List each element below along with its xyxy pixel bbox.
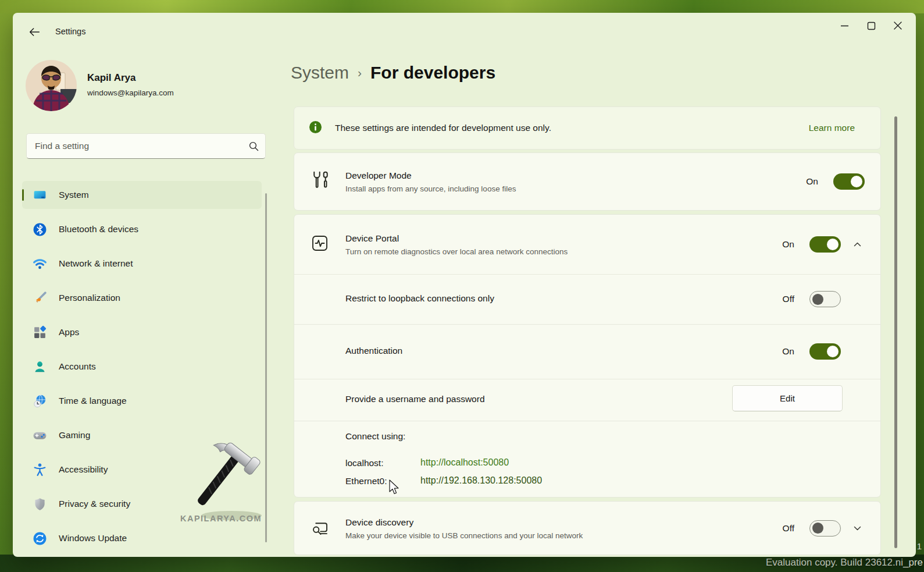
loopback-toggle-area: Off xyxy=(783,291,841,307)
device-portal-icon xyxy=(309,233,330,256)
breadcrumb: System › For developers xyxy=(291,63,495,83)
device-portal-subtitle: Turn on remote diagnostics over local ar… xyxy=(345,247,568,256)
authentication-toggle[interactable] xyxy=(809,343,841,360)
shield-icon xyxy=(32,496,48,512)
sidebar-item-personalization[interactable]: Personalization xyxy=(22,284,262,312)
authentication-state: On xyxy=(782,346,794,357)
sidebar-item-windows-update[interactable]: Windows Update xyxy=(22,524,262,552)
sidebar-item-label: Accounts xyxy=(59,361,96,372)
device-portal-toggle[interactable] xyxy=(809,236,841,253)
person-icon xyxy=(32,359,48,375)
developer-mode-toggle-area: On xyxy=(806,173,865,190)
minimize-icon xyxy=(840,22,849,30)
minimize-button[interactable] xyxy=(831,14,858,37)
desktop-wallpaper-top xyxy=(0,0,924,13)
update-icon xyxy=(32,531,48,546)
developer-mode-title: Developer Mode xyxy=(345,170,516,181)
learn-more-link[interactable]: Learn more xyxy=(809,123,855,133)
device-discovery-text: Device discovery Make your device visibl… xyxy=(345,517,583,539)
evaluation-copy-text: Evaluation copy. Build 23612.ni_pre xyxy=(766,557,923,569)
device-portal-toggle-area: On xyxy=(782,236,841,253)
settings-window: Settings xyxy=(13,13,916,557)
device-discovery-toggle[interactable] xyxy=(809,520,841,537)
developer-mode-toggle[interactable] xyxy=(833,173,865,190)
toggle-knob xyxy=(851,176,862,187)
ethernet0-label: Ethernet0: xyxy=(345,476,387,486)
sidebar-item-label: Apps xyxy=(59,327,79,337)
sidebar-item-label: Bluetooth & devices xyxy=(59,224,138,235)
sidebar-item-label: Network & internet xyxy=(59,258,133,269)
watermark-text: KAPILARYA.COM xyxy=(171,514,271,523)
search-input[interactable] xyxy=(27,141,242,151)
toggle-knob xyxy=(827,239,839,250)
sidebar-item-system[interactable]: System xyxy=(22,181,262,209)
content-scrollbar[interactable] xyxy=(894,116,897,548)
loopback-state: Off xyxy=(783,294,794,304)
search-icon[interactable] xyxy=(242,141,265,151)
maximize-button[interactable] xyxy=(858,14,884,37)
developer-mode-subtitle: Install apps from any source, including … xyxy=(345,184,516,193)
search-box xyxy=(26,133,266,159)
device-discovery-row[interactable]: Device discovery Make your device visibl… xyxy=(294,501,881,555)
localhost-link[interactable]: http://localhost:50080 xyxy=(420,457,509,468)
sidebar-item-accounts[interactable]: Accounts xyxy=(22,353,262,381)
device-portal-group: Device Portal Turn on remote diagnostics… xyxy=(294,214,881,498)
page-title: For developers xyxy=(370,63,495,83)
sidebar-item-label: Accessibility xyxy=(59,464,108,475)
authentication-toggle-area: On xyxy=(782,343,841,360)
device-discovery-toggle-area: Off xyxy=(783,520,841,537)
sidebar-item-apps[interactable]: Apps xyxy=(22,318,262,346)
sidebar-nav: System Bluetooth & devices Network & int… xyxy=(22,181,262,557)
accessibility-person-icon xyxy=(32,462,48,478)
back-button[interactable] xyxy=(23,22,45,42)
sidebar-item-bluetooth[interactable]: Bluetooth & devices xyxy=(22,215,262,243)
sidebar-item-label: System xyxy=(59,190,89,200)
device-portal-state: On xyxy=(782,239,794,250)
sidebar-item-time-language[interactable]: Time & language xyxy=(22,387,262,415)
maximize-icon xyxy=(867,22,876,30)
bluetooth-icon xyxy=(32,222,48,237)
credentials-title: Provide a username and password xyxy=(345,394,485,404)
app-title: Settings xyxy=(55,27,85,36)
sidebar-item-network[interactable]: Network & internet xyxy=(22,250,262,278)
device-discovery-title: Device discovery xyxy=(345,517,583,527)
connect-using-title: Connect using: xyxy=(345,431,405,442)
authentication-title: Authentication xyxy=(345,346,402,356)
chevron-up-icon[interactable] xyxy=(849,236,865,253)
divider xyxy=(294,379,880,379)
sidebar-item-label: Windows Update xyxy=(59,533,127,543)
chevron-down-icon[interactable] xyxy=(849,520,865,537)
sidebar-item-gaming[interactable]: Gaming xyxy=(22,421,262,449)
close-icon xyxy=(893,21,902,30)
authentication-row: Authentication On xyxy=(294,324,880,379)
close-button[interactable] xyxy=(884,14,911,37)
toggle-knob xyxy=(812,294,823,305)
edit-button[interactable]: Edit xyxy=(732,385,843,411)
info-icon xyxy=(309,120,322,136)
sidebar-item-label: Gaming xyxy=(59,430,90,440)
divider xyxy=(294,421,880,421)
device-portal-row[interactable]: Device Portal Turn on remote diagnostics… xyxy=(294,215,880,274)
ethernet0-link[interactable]: http://192.168.130.128:50080 xyxy=(420,475,542,486)
profile-name: Kapil Arya xyxy=(87,72,135,84)
loopback-toggle[interactable] xyxy=(809,291,841,307)
toggle-knob xyxy=(812,523,823,534)
avatar[interactable] xyxy=(26,60,77,111)
titlebar: Settings xyxy=(13,13,916,48)
sidebar-scrollbar[interactable] xyxy=(265,193,267,542)
back-arrow-icon xyxy=(28,26,41,38)
system-icon xyxy=(32,187,48,203)
toggle-knob xyxy=(827,346,839,357)
window-controls xyxy=(831,14,911,37)
breadcrumb-system[interactable]: System xyxy=(291,63,349,83)
sidebar-item-accessibility[interactable]: Accessibility xyxy=(22,456,262,484)
avatar-photo xyxy=(26,60,77,111)
developer-mode-row: Developer Mode Install apps from any sou… xyxy=(294,152,881,211)
loopback-row: Restrict to loopback connections only Of… xyxy=(294,274,880,324)
gamepad-icon xyxy=(32,428,48,443)
breadcrumb-separator-icon: › xyxy=(358,66,362,80)
profile-email: windows@kapilarya.com xyxy=(87,88,174,97)
loopback-title: Restrict to loopback connections only xyxy=(345,293,494,304)
device-discovery-state: Off xyxy=(783,523,794,534)
device-portal-title: Device Portal xyxy=(345,233,568,244)
